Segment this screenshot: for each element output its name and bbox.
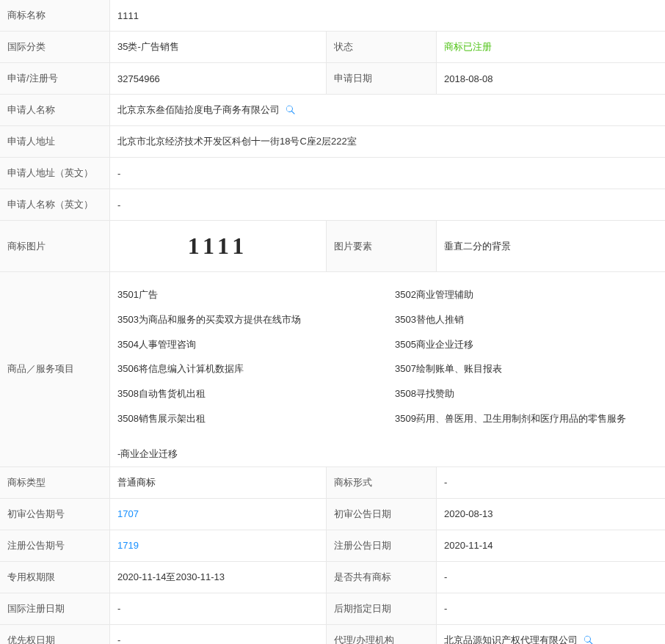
row-name: 商标名称 1111 [0, 0, 665, 32]
value-regno: 32754966 [110, 63, 327, 94]
row-intl-later: 国际注册日期 - 后期指定日期 - [0, 593, 665, 625]
label-shared: 是否共有商标 [327, 562, 437, 593]
value-applicant: 北京京东叁佰陆拾度电子商务有限公司 [110, 95, 665, 125]
row-applicant-en: 申请人名称（英文） - [0, 189, 665, 221]
row-image: 商标图片 1111 图片要素 垂直二分的背景 [0, 221, 665, 272]
service-item: 3506将信息编入计算机数据库 [117, 356, 380, 381]
value-prelim-no[interactable]: 1707 [110, 499, 327, 530]
value-image-element: 垂直二分的背景 [437, 221, 665, 271]
value-shared: - [437, 562, 665, 593]
row-class-status: 国际分类 35类-广告销售 状态 商标已注册 [0, 32, 665, 63]
value-intlreg: - [110, 593, 327, 624]
agency-name: 北京品源知识产权代理有限公司 [444, 634, 578, 644]
search-icon[interactable] [286, 105, 296, 115]
applicant-name: 北京京东叁佰陆拾度电子商务有限公司 [117, 103, 280, 117]
row-services: 商品／服务项目 3501广告3503为商品和服务的买卖双方提供在线市场3504人… [0, 272, 665, 467]
value-status: 商标已注册 [437, 32, 665, 62]
value-form: - [437, 467, 665, 498]
label-priority: 优先权日期 [0, 625, 110, 644]
services-content: 3501广告3503为商品和服务的买卖双方提供在线市场3504人事管理咨询350… [110, 272, 665, 466]
label-type: 商标类型 [0, 467, 110, 498]
label-later: 后期指定日期 [327, 593, 437, 624]
value-address-en: - [110, 158, 665, 189]
row-applicant: 申请人名称 北京京东叁佰陆拾度电子商务有限公司 [0, 95, 665, 126]
search-icon[interactable] [584, 635, 594, 644]
label-class: 国际分类 [0, 32, 110, 62]
value-class: 35类-广告销售 [110, 32, 327, 62]
label-image-element: 图片要素 [327, 221, 437, 271]
label-appdate: 申请日期 [327, 63, 437, 94]
label-name: 商标名称 [0, 0, 110, 31]
value-agency: 北京品源知识产权代理有限公司 [437, 625, 665, 644]
row-type-form: 商标类型 普通商标 商标形式 - [0, 467, 665, 499]
value-priority: - [110, 625, 327, 644]
label-applicant: 申请人名称 [0, 95, 110, 125]
row-regno-date: 申请/注册号 32754966 申请日期 2018-08-08 [0, 63, 665, 95]
label-regno: 申请/注册号 [0, 63, 110, 94]
services-left-column: 3501广告3503为商品和服务的买卖双方提供在线市场3504人事管理咨询350… [110, 272, 388, 442]
service-item: 3505商业企业迁移 [395, 332, 658, 357]
trademark-logo: 1111 [170, 232, 266, 261]
trademark-detail-table: 商标名称 1111 国际分类 35类-广告销售 状态 商标已注册 申请/注册号 … [0, 0, 665, 644]
label-address-en: 申请人地址（英文） [0, 158, 110, 189]
value-appdate: 2018-08-08 [437, 63, 665, 94]
row-prelim: 初审公告期号 1707 初审公告日期 2020-08-13 [0, 499, 665, 530]
value-prelim-date: 2020-08-13 [437, 499, 665, 530]
value-regann-no[interactable]: 1719 [110, 530, 327, 561]
value-exclusive: 2020-11-14至2030-11-13 [110, 562, 327, 593]
label-intlreg: 国际注册日期 [0, 593, 110, 624]
label-regann-no: 注册公告期号 [0, 530, 110, 561]
service-item: 3503为商品和服务的买卖双方提供在线市场 [117, 307, 380, 332]
label-regann-date: 注册公告日期 [327, 530, 437, 561]
value-applicant-en: - [110, 189, 665, 220]
services-footer: -商业企业迁移 [110, 442, 665, 466]
row-address: 申请人地址 北京市北京经济技术开发区科创十一街18号C座2层222室 [0, 126, 665, 158]
service-item: 3502商业管理辅助 [395, 282, 658, 307]
label-form: 商标形式 [327, 467, 437, 498]
label-services: 商品／服务项目 [0, 272, 110, 466]
value-later: - [437, 593, 665, 624]
service-item: 3508自动售货机出租 [117, 381, 380, 406]
label-agency: 代理/办理机构 [327, 625, 437, 644]
value-type: 普通商标 [110, 467, 327, 498]
row-address-en: 申请人地址（英文） - [0, 158, 665, 189]
services-right-column: 3502商业管理辅助3503替他人推销3505商业企业迁移3507绘制账单、账目… [388, 272, 665, 442]
service-item: 3504人事管理咨询 [117, 332, 380, 357]
label-address: 申请人地址 [0, 126, 110, 157]
label-image: 商标图片 [0, 221, 110, 271]
value-regann-date: 2020-11-14 [437, 530, 665, 561]
row-priority-agency: 优先权日期 - 代理/办理机构 北京品源知识产权代理有限公司 [0, 625, 665, 644]
service-item: 3501广告 [117, 282, 380, 307]
service-item: 3508寻找赞助 [395, 381, 658, 406]
label-prelim-date: 初审公告日期 [327, 499, 437, 530]
service-item: 3508销售展示架出租 [117, 406, 380, 431]
value-image: 1111 [110, 221, 327, 271]
value-name: 1111 [110, 0, 665, 31]
value-address: 北京市北京经济技术开发区科创十一街18号C座2层222室 [110, 126, 665, 157]
service-item: 3507绘制账单、账目报表 [395, 356, 658, 381]
label-exclusive: 专用权期限 [0, 562, 110, 593]
label-status: 状态 [327, 32, 437, 62]
row-exclusive-shared: 专用权期限 2020-11-14至2030-11-13 是否共有商标 - [0, 562, 665, 593]
label-prelim-no: 初审公告期号 [0, 499, 110, 530]
row-regann: 注册公告期号 1719 注册公告日期 2020-11-14 [0, 530, 665, 562]
service-item: 3503替他人推销 [395, 307, 658, 332]
service-item: 3509药用、兽医用、卫生用制剂和医疗用品的零售服务 [395, 406, 658, 431]
label-applicant-en: 申请人名称（英文） [0, 189, 110, 220]
